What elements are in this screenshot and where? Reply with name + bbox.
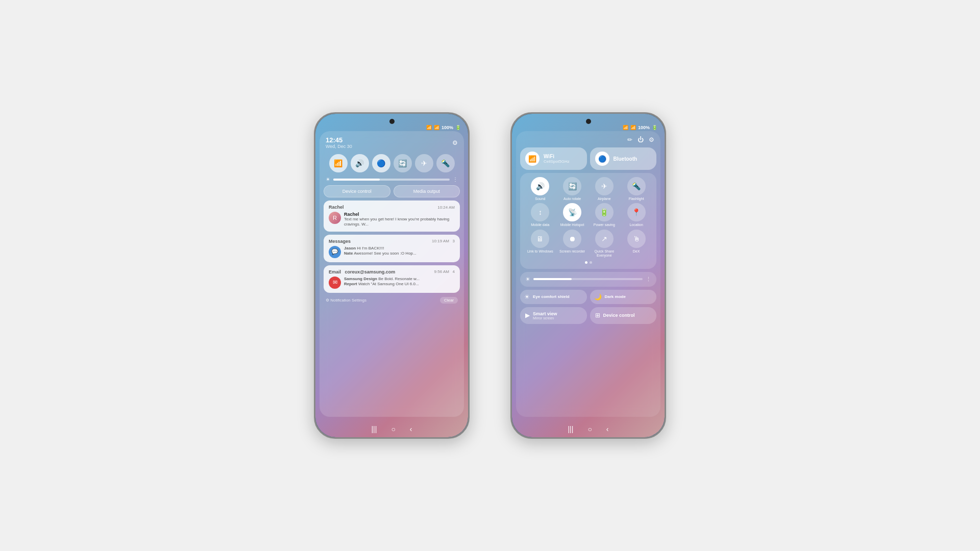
notif-content-rachel: Text me when you get here! I know you're… — [344, 217, 455, 228]
brightness-bar[interactable] — [333, 179, 450, 181]
hotspot-icon: 📡 — [563, 203, 581, 221]
notif-app-messages: Messages — [329, 239, 351, 244]
qs-grid-row-3: 🖥 Link to Windows ⏺ Screen recorder ↗ Qu… — [524, 230, 652, 258]
airplane-tile[interactable]: ✈ Airplane — [590, 177, 619, 201]
brightness-row: ☀ ⋮ — [324, 177, 460, 182]
qs-brightness-fill — [533, 278, 572, 280]
airplane-toggle[interactable]: ✈ — [415, 154, 433, 172]
rotate-toggle[interactable]: 🔄 — [394, 154, 412, 172]
autorotate-label: Auto rotate — [564, 197, 581, 201]
screenrecorder-tile[interactable]: ⏺ Screen recorder — [557, 230, 587, 258]
autorotate-icon: 🔄 — [563, 177, 581, 195]
wifi-tile-label: WiFi — [544, 154, 570, 159]
eye-comfort-btn[interactable]: ☀ Eye comfort shield — [520, 290, 587, 304]
sound-label: Sound — [535, 197, 545, 201]
wifi-toggle[interactable]: 📶 — [329, 154, 348, 172]
dex-tile[interactable]: 🖱 DeX — [622, 230, 651, 258]
sound-tile[interactable]: 🔊 Sound — [525, 177, 555, 201]
left-screen: 📶 📶 100% 🔋 12:45 Wed, Dec 30 ⚙ 📶 🔊 🔵 🔄 — [315, 114, 468, 437]
qs-header: ✏ ⏻ ⚙ — [520, 135, 656, 144]
powersaving-icon: 🔋 — [595, 203, 614, 221]
flashlight-label: Flashlight — [629, 197, 644, 201]
nav-recent[interactable]: ||| — [371, 425, 377, 433]
notif-content-messages-1: Jason Hi I'm BACK!!!! — [344, 246, 455, 251]
qs-top-tiles: 📶 WiFi CellSpot5GHz 🔵 Bluetooth — [520, 147, 656, 170]
device-control-icon: ⊞ — [595, 312, 600, 319]
screenrecorder-icon: ⏺ — [563, 230, 581, 248]
notif-time-email: 9:56 AM 4 — [434, 269, 455, 274]
autorotate-tile[interactable]: 🔄 Auto rotate — [557, 177, 587, 201]
nav-home[interactable]: ○ — [391, 425, 395, 433]
media-output-btn[interactable]: Media output — [394, 185, 460, 197]
qs-grid-row-1: 🔊 Sound 🔄 Auto rotate ✈ Airplane 🔦 Flash… — [524, 177, 652, 201]
settings-icon[interactable]: ⚙ — [452, 139, 458, 146]
flashlight-tile[interactable]: 🔦 Flashlight — [622, 177, 651, 201]
clock-date: Wed, Dec 30 — [326, 144, 352, 149]
sound-toggle[interactable]: 🔊 — [351, 154, 369, 172]
qs-brightness-bar[interactable] — [533, 278, 643, 280]
nav-back[interactable]: ‹ — [410, 425, 412, 433]
dot-1 — [585, 261, 587, 264]
notification-rachel[interactable]: Rachel 10:24 AM R Rachel Text me when yo… — [324, 201, 460, 232]
device-control-btn[interactable]: Device control — [324, 185, 390, 197]
location-tile[interactable]: 📍 Location — [622, 203, 651, 227]
nav-home-right[interactable]: ○ — [587, 425, 592, 433]
bluetooth-tile[interactable]: 🔵 Bluetooth — [590, 147, 657, 170]
nav-recent-right[interactable]: ||| — [568, 425, 573, 433]
quick-toggles: 📶 🔊 🔵 🔄 ✈ 🔦 — [324, 153, 460, 173]
qs-comfort-row: ☀ Eye comfort shield 🌙 Dark mode — [520, 290, 656, 304]
qs-dots — [524, 260, 652, 265]
mobiledata-tile[interactable]: ↕ Mobile data — [525, 203, 555, 227]
brightness-fill — [333, 179, 380, 181]
powersaving-label: Power saving — [594, 223, 615, 227]
control-buttons: Device control Media output — [324, 185, 460, 197]
power-icon[interactable]: ⏻ — [638, 136, 644, 143]
wifi-tile[interactable]: 📶 WiFi CellSpot5GHz — [520, 147, 587, 170]
eye-comfort-icon: ☀ — [524, 293, 530, 300]
pencil-icon[interactable]: ✏ — [627, 136, 632, 143]
notif-content-email-2: Report Watch "At Samsung One UI 6.0... — [344, 282, 455, 287]
smart-view-icon: ▶ — [525, 312, 530, 319]
notif-content-email-1: Samsung Design Be Bold. Resonate w... — [344, 277, 455, 282]
qs-more-icon[interactable]: ⋮ — [646, 276, 651, 283]
eye-comfort-label: Eye comfort shield — [533, 294, 570, 299]
device-control-tile[interactable]: ⊞ Device control — [590, 307, 657, 324]
notification-messages[interactable]: Messages 10:19 AM 3 💬 Jason Hi I'm BACK!… — [324, 235, 460, 262]
dark-mode-icon: 🌙 — [594, 293, 602, 300]
status-bar-left: 📶 📶 100% 🔋 — [315, 124, 468, 131]
hotspot-label: Mobile Hotspot — [560, 223, 584, 227]
quickshare-tile[interactable]: ↗ Quick Share Everyone — [590, 230, 619, 258]
settings-icon-right[interactable]: ⚙ — [649, 136, 654, 143]
device-control-label: Device control — [603, 313, 635, 318]
smart-view-tile[interactable]: ▶ Smart view Mirror screen — [520, 307, 587, 324]
quick-settings-panel: ✏ ⏻ ⚙ 📶 WiFi CellSpot5GHz 🔵 Bluetooth — [516, 131, 660, 417]
screenrecorder-label: Screen recorder — [559, 249, 585, 254]
airplane-label: Airplane — [598, 197, 611, 201]
dark-mode-btn[interactable]: 🌙 Dark mode — [590, 290, 657, 304]
airplane-icon: ✈ — [595, 177, 614, 195]
notification-email[interactable]: Email coreux@samsung.com 9:56 AM 4 ✉ Sam… — [324, 265, 460, 293]
flashlight-toggle[interactable]: 🔦 — [436, 154, 455, 172]
bluetooth-toggle[interactable]: 🔵 — [372, 154, 390, 172]
notif-content-messages-2: Nate Awesome! See you soon :O Hop... — [344, 251, 455, 256]
sound-icon: 🔊 — [531, 177, 549, 195]
qs-grid-row-2: ↕ Mobile data 📡 Mobile Hotspot 🔋 Power s… — [524, 203, 652, 227]
flashlight-icon: 🔦 — [627, 177, 646, 195]
powersaving-tile[interactable]: 🔋 Power saving — [590, 203, 619, 227]
dex-icon: 🖱 — [627, 230, 646, 248]
avatar-messages: 💬 — [329, 246, 341, 258]
brightness-icon: ☀ — [326, 177, 330, 182]
camera-dot-right — [586, 119, 591, 124]
clear-btn[interactable]: Clear — [440, 297, 458, 304]
more-icon[interactable]: ⋮ — [453, 177, 458, 182]
notification-settings-btn[interactable]: ⚙ Notification Settings — [326, 298, 366, 303]
brightness-icon-right: ☀ — [525, 276, 530, 283]
notification-panel: 12:45 Wed, Dec 30 ⚙ 📶 🔊 🔵 🔄 ✈ 🔦 ☀ — [320, 131, 464, 417]
nav-bar-left: ||| ○ ‹ — [315, 421, 468, 437]
linkwindows-tile[interactable]: 🖥 Link to Windows — [525, 230, 555, 258]
qs-bottom-tiles: ▶ Smart view Mirror screen ⊞ Device cont… — [520, 307, 656, 324]
hotspot-tile[interactable]: 📡 Mobile Hotspot — [557, 203, 587, 227]
wifi-status-right: 📶 — [623, 125, 628, 130]
nav-back-right[interactable]: ‹ — [606, 425, 609, 433]
wifi-status-icon: 📶 — [426, 125, 432, 130]
